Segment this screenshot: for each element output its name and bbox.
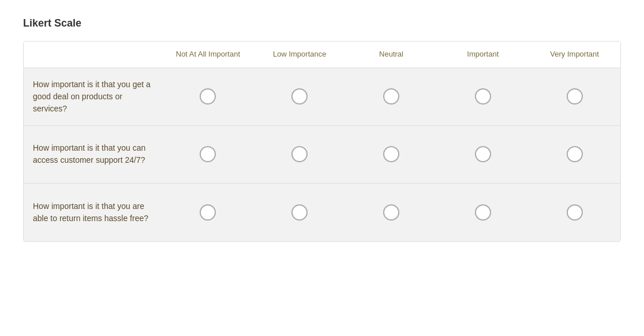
radio-cell-2-2[interactable] bbox=[254, 146, 346, 162]
radio-button[interactable] bbox=[200, 88, 216, 104]
radio-cell-1-2[interactable] bbox=[254, 88, 346, 104]
radio-button[interactable] bbox=[291, 88, 308, 104]
radio-cell-3-2[interactable] bbox=[254, 204, 346, 221]
table-row: How important is it that you are able to… bbox=[24, 184, 620, 241]
radio-cell-1-4[interactable] bbox=[437, 88, 529, 104]
radio-button[interactable] bbox=[567, 88, 583, 104]
radio-cell-1-5[interactable] bbox=[529, 88, 620, 104]
radio-button[interactable] bbox=[383, 88, 399, 104]
header-cell-3: Neutral bbox=[346, 50, 437, 59]
table-row: How important is it that you can access … bbox=[24, 126, 620, 184]
radio-cell-2-1[interactable] bbox=[162, 146, 254, 162]
question-2: How important is it that you can access … bbox=[24, 132, 162, 177]
radio-button[interactable] bbox=[567, 146, 583, 162]
radio-cell-1-3[interactable] bbox=[346, 88, 437, 104]
likert-table: Not At All Important Low Importance Neut… bbox=[23, 41, 621, 242]
header-cell-1: Not At All Important bbox=[162, 50, 254, 59]
radio-button[interactable] bbox=[383, 146, 399, 162]
radio-cell-2-5[interactable] bbox=[529, 146, 620, 162]
page-title: Likert Scale bbox=[23, 17, 621, 29]
header-cell-2: Low Importance bbox=[254, 50, 346, 59]
radio-button[interactable] bbox=[291, 146, 308, 162]
radio-cell-1-1[interactable] bbox=[162, 88, 254, 104]
table-row: How important is it that you get a good … bbox=[24, 68, 620, 126]
header-cell-4: Important bbox=[437, 50, 529, 59]
radio-button[interactable] bbox=[475, 204, 491, 221]
radio-cell-2-3[interactable] bbox=[346, 146, 437, 162]
header-cell-5: Very Important bbox=[529, 50, 620, 59]
radio-button[interactable] bbox=[200, 146, 216, 162]
header-row: Not At All Important Low Importance Neut… bbox=[24, 42, 620, 68]
question-3: How important is it that you are able to… bbox=[24, 190, 162, 235]
radio-button[interactable] bbox=[475, 146, 491, 162]
radio-button[interactable] bbox=[567, 204, 583, 221]
radio-cell-2-4[interactable] bbox=[437, 146, 529, 162]
radio-cell-3-3[interactable] bbox=[346, 204, 437, 221]
radio-button[interactable] bbox=[291, 204, 308, 221]
radio-button[interactable] bbox=[475, 88, 491, 104]
radio-cell-3-5[interactable] bbox=[529, 204, 620, 221]
radio-button[interactable] bbox=[200, 204, 216, 221]
radio-cell-3-4[interactable] bbox=[437, 204, 529, 221]
header-cell-label bbox=[24, 50, 162, 59]
radio-cell-3-1[interactable] bbox=[162, 204, 254, 221]
radio-button[interactable] bbox=[383, 204, 399, 221]
question-1: How important is it that you get a good … bbox=[24, 68, 162, 125]
